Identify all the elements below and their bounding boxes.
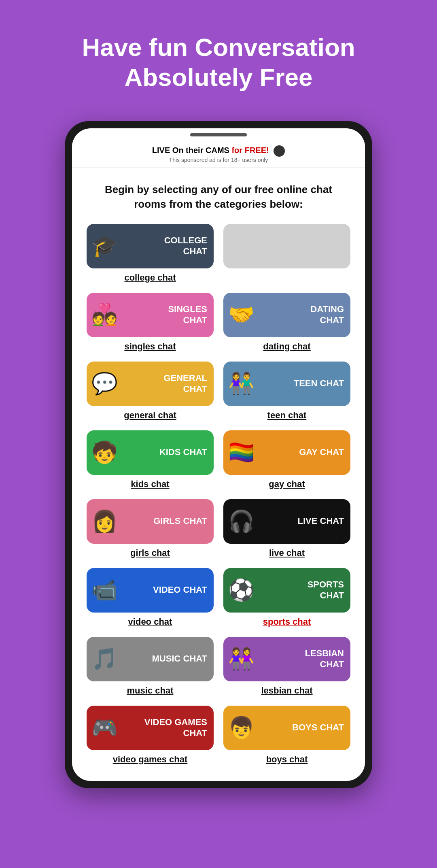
girls-icon: 👩	[91, 509, 118, 534]
chat-btn-singles[interactable]: 💑SINGLES CHAT	[87, 293, 214, 337]
chat-link-dating[interactable]: dating chat	[263, 341, 310, 352]
chat-btn-gay[interactable]: 🏳️‍🌈GAY CHAT	[223, 430, 350, 475]
chat-btn-boys[interactable]: 👦BOYS CHAT	[223, 706, 350, 750]
chat-btn-lesbian[interactable]: 👭LESBIAN CHAT	[223, 637, 350, 681]
chat-btn-label-boys: BOYS CHAT	[292, 722, 344, 733]
video-icon: 📹	[91, 578, 118, 602]
chat-btn-placeholder	[223, 224, 350, 268]
lesbian-icon: 👭	[228, 647, 255, 671]
live-icon: 🎧	[228, 509, 255, 534]
chat-item-boys[interactable]: 👦BOYS CHATboys chat	[223, 706, 350, 765]
chat-btn-label-dating: DATING CHAT	[310, 304, 344, 326]
intro-text: Begin by selecting any of our free onlin…	[72, 168, 365, 224]
chat-btn-general[interactable]: 💬GENERAL CHAT	[87, 362, 214, 406]
ad-sub-text: This sponsored ad is for 18+ users only	[80, 157, 357, 163]
ad-free-text: for FREE!	[231, 146, 269, 155]
chat-btn-video[interactable]: 📹VIDEO CHAT	[87, 568, 214, 613]
chat-item-kids[interactable]: 🧒KIDS CHATkids chat	[87, 430, 214, 489]
chat-btn-music[interactable]: 🎵MUSIC CHAT	[87, 637, 214, 681]
chat-btn-live[interactable]: 🎧LIVE CHAT	[223, 499, 350, 544]
chat-link-gay[interactable]: gay chat	[269, 479, 305, 489]
chat-link-lesbian[interactable]: lesbian chat	[261, 685, 312, 696]
chat-btn-label-live: LIVE CHAT	[298, 516, 344, 526]
chat-link-teen[interactable]: teen chat	[267, 410, 307, 421]
chat-link-video[interactable]: video chat	[128, 617, 172, 627]
phone-frame: LIVE On their CAMS for FREE! This sponso…	[65, 121, 372, 788]
chat-item-girls[interactable]: 👩GIRLS CHATgirls chat	[87, 499, 214, 558]
chat-link-girls[interactable]: girls chat	[130, 548, 170, 558]
chat-btn-kids[interactable]: 🧒KIDS CHAT	[87, 430, 214, 475]
singles-icon: 💑	[91, 302, 118, 327]
chat-btn-label-kids: KIDS CHAT	[159, 447, 207, 457]
chat-item-singles[interactable]: 💑SINGLES CHATsingles chat	[87, 293, 214, 352]
chat-btn-sports[interactable]: ⚽SPORTS CHAT	[223, 568, 350, 613]
page-title: Have fun Conversation Absolutely Free	[0, 32, 437, 93]
chat-item-video[interactable]: 📹VIDEO CHATvideo chat	[87, 568, 214, 627]
chat-btn-videogames[interactable]: 🎮VIDEO GAMES CHAT	[87, 706, 214, 750]
chat-item-music[interactable]: 🎵MUSIC CHATmusic chat	[87, 637, 214, 696]
chat-btn-label-video: VIDEO CHAT	[153, 585, 207, 595]
general-icon: 💬	[91, 371, 118, 396]
phone-screen: LIVE On their CAMS for FREE! This sponso…	[72, 128, 365, 781]
gay-icon: 🏳️‍🌈	[228, 440, 255, 465]
chat-item-live[interactable]: 🎧LIVE CHATlive chat	[223, 499, 350, 558]
chat-link-videogames[interactable]: video games chat	[113, 754, 188, 765]
chat-item-lesbian[interactable]: 👭LESBIAN CHATlesbian chat	[223, 637, 350, 696]
chat-btn-label-videogames: VIDEO GAMES CHAT	[144, 717, 207, 738]
college-icon: 🎓	[91, 234, 118, 258]
chat-btn-label-lesbian: LESBIAN CHAT	[305, 648, 344, 670]
chat-item-college[interactable]: 🎓COLLEGE CHATcollege chat	[87, 224, 214, 283]
chat-btn-label-girls: GIRLS CHAT	[153, 516, 207, 526]
chat-item-teen[interactable]: 👫TEEN CHATteen chat	[223, 362, 350, 421]
chat-link-kids[interactable]: kids chat	[131, 479, 169, 489]
chat-link-college[interactable]: college chat	[124, 272, 176, 283]
chat-item-general[interactable]: 💬GENERAL CHATgeneral chat	[87, 362, 214, 421]
chat-btn-label-sports: SPORTS CHAT	[308, 579, 344, 601]
music-icon: 🎵	[91, 647, 118, 671]
notch	[190, 133, 247, 136]
teen-icon: 👫	[228, 371, 255, 396]
chat-link-general[interactable]: general chat	[124, 410, 176, 421]
chat-btn-label-college: COLLEGE CHAT	[164, 235, 207, 257]
chat-item-placeholder[interactable]	[223, 224, 350, 283]
chat-link-music[interactable]: music chat	[127, 685, 174, 696]
chat-link-singles[interactable]: singles chat	[124, 341, 176, 352]
sports-icon: ⚽	[228, 578, 255, 602]
chat-btn-label-music: MUSIC CHAT	[152, 653, 207, 664]
phone-notch	[72, 128, 365, 140]
ad-banner[interactable]: LIVE On their CAMS for FREE! This sponso…	[72, 140, 365, 168]
chat-btn-label-general: GENERAL CHAT	[163, 373, 207, 394]
ad-live-text: LIVE On their CAMS	[152, 146, 232, 155]
chat-link-boys[interactable]: boys chat	[266, 754, 308, 765]
ad-main-text: LIVE On their CAMS for FREE!	[80, 145, 357, 157]
dating-icon: 🤝	[228, 302, 255, 327]
chat-btn-label-teen: TEEN CHAT	[294, 378, 344, 389]
chat-btn-college[interactable]: 🎓COLLEGE CHAT	[87, 224, 214, 268]
chat-grid: 🎓COLLEGE CHATcollege chat💑SINGLES CHATsi…	[72, 224, 365, 765]
chat-btn-teen[interactable]: 👫TEEN CHAT	[223, 362, 350, 406]
chat-btn-girls[interactable]: 👩GIRLS CHAT	[87, 499, 214, 544]
chat-item-videogames[interactable]: 🎮VIDEO GAMES CHATvideo games chat	[87, 706, 214, 765]
chat-item-dating[interactable]: 🤝DATING CHATdating chat	[223, 293, 350, 352]
chat-btn-dating[interactable]: 🤝DATING CHAT	[223, 293, 350, 337]
kids-icon: 🧒	[91, 440, 118, 465]
chat-link-live[interactable]: live chat	[269, 548, 305, 558]
chat-btn-label-gay: GAY CHAT	[299, 447, 344, 457]
chat-btn-label-singles: SINGLES CHAT	[168, 304, 207, 326]
camera-icon	[274, 145, 285, 157]
boys-icon: 👦	[228, 715, 255, 740]
videogames-icon: 🎮	[91, 715, 118, 740]
chat-item-gay[interactable]: 🏳️‍🌈GAY CHATgay chat	[223, 430, 350, 489]
chat-item-sports[interactable]: ⚽SPORTS CHATsports chat	[223, 568, 350, 627]
chat-link-sports[interactable]: sports chat	[263, 617, 311, 627]
